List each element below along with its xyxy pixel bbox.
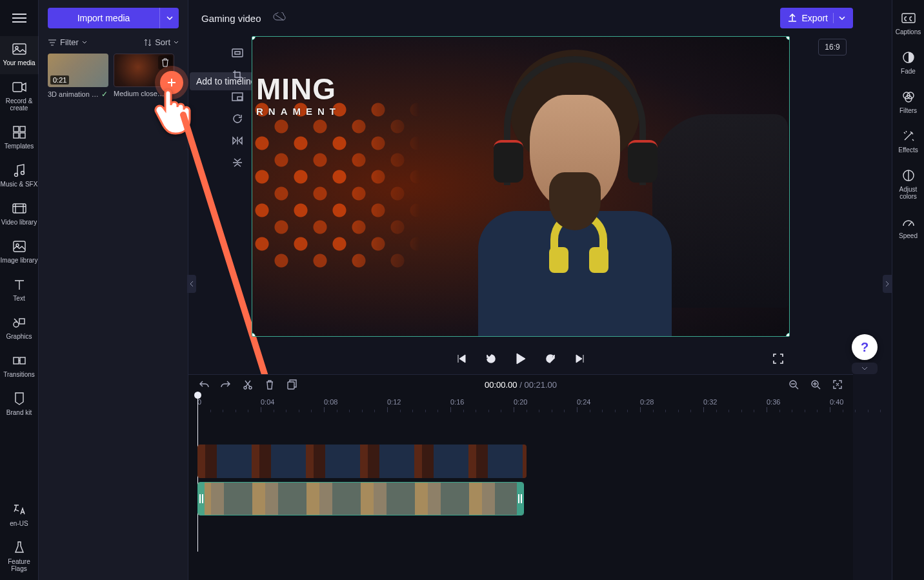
zoom-fit-button[interactable] xyxy=(831,378,844,391)
skip-next-button[interactable] xyxy=(572,351,588,366)
record-icon xyxy=(0,79,39,95)
sort-button[interactable]: Sort xyxy=(144,37,179,47)
duplicate-button[interactable] xyxy=(285,378,298,391)
ruler-tick: 0:20 xyxy=(514,398,527,406)
export-label: Export xyxy=(802,13,828,23)
clip-3d-animation[interactable] xyxy=(197,482,524,515)
chevron-down-icon xyxy=(861,366,869,371)
svg-rect-19 xyxy=(902,14,915,23)
sidebar-item-text[interactable]: Text xyxy=(0,272,39,310)
svg-rect-10 xyxy=(14,241,25,252)
rr-adjust-colors[interactable]: Adjust colors xyxy=(892,164,925,206)
sidebar-item-graphics[interactable]: Graphics xyxy=(0,310,39,348)
zoom-out-button[interactable] xyxy=(787,378,800,391)
crop-button[interactable] xyxy=(230,67,245,83)
sidebar-item-record-create[interactable]: Record & create xyxy=(0,74,39,119)
sidebar-item-feature-flags[interactable]: Feature Flags xyxy=(0,535,39,580)
preview-canvas[interactable]: MING RNAMENT xyxy=(252,36,790,343)
timeline-tracks xyxy=(197,445,844,519)
forward-button[interactable] xyxy=(543,351,558,366)
rr-filters[interactable]: Filters xyxy=(892,85,925,121)
sidebar-item-templates[interactable]: Templates xyxy=(0,119,39,157)
redo-button[interactable] xyxy=(219,378,232,391)
collapse-media-panel[interactable] xyxy=(187,275,196,293)
label: Fade xyxy=(901,68,916,75)
rr-fade[interactable]: Fade xyxy=(892,46,925,81)
svg-rect-18 xyxy=(237,97,242,100)
help-button[interactable]: ? xyxy=(852,334,878,360)
ruler-tick: 0:08 xyxy=(324,398,337,406)
clip-gamer[interactable] xyxy=(197,445,527,478)
undo-button[interactable] xyxy=(197,378,210,391)
hamburger-menu[interactable] xyxy=(0,0,39,36)
label: Templates xyxy=(5,143,34,150)
label: Graphics xyxy=(6,333,32,340)
fit-button[interactable] xyxy=(230,45,245,61)
rr-speed[interactable]: Speed xyxy=(892,210,925,246)
sidebar-item-music-sfx[interactable]: Music & SFX xyxy=(0,157,39,195)
clip-trim-left[interactable] xyxy=(198,483,205,515)
text-icon xyxy=(0,277,39,292)
export-button[interactable]: Export xyxy=(780,8,853,28)
import-media-caret[interactable] xyxy=(159,8,179,28)
track-video-2[interactable] xyxy=(197,482,844,515)
cursor-hand-annotation xyxy=(152,85,194,137)
sidebar-item-transitions[interactable]: Transitions xyxy=(0,348,39,386)
clip-trim-right[interactable] xyxy=(517,483,523,515)
label: Effects xyxy=(898,146,918,154)
track-video-1[interactable] xyxy=(197,445,844,478)
collapse-right-rail[interactable] xyxy=(883,275,892,293)
label: Captions xyxy=(896,28,921,35)
label: Record & create xyxy=(6,97,33,112)
ruler-tick: 0:04 xyxy=(261,398,274,406)
label: Music & SFX xyxy=(1,181,38,188)
project-title[interactable]: Gaming video xyxy=(201,13,261,24)
svg-point-11 xyxy=(16,244,19,246)
media-thumb-0[interactable]: 0:21 3D animation … ✓ xyxy=(48,54,108,99)
selection-handle[interactable] xyxy=(252,333,256,337)
filter-button[interactable]: Filter xyxy=(48,37,87,47)
svg-point-25 xyxy=(244,386,246,389)
play-button[interactable] xyxy=(513,351,528,366)
fade-icon xyxy=(892,50,925,65)
captions-icon xyxy=(892,10,925,26)
selection-handle[interactable] xyxy=(252,36,256,40)
collapse-preview-bar[interactable] xyxy=(852,363,878,374)
rotate-button[interactable] xyxy=(230,111,245,126)
label: Feature Flags xyxy=(8,558,30,572)
help-label: ? xyxy=(861,340,869,355)
split-button[interactable] xyxy=(241,378,254,391)
label: Text xyxy=(13,295,25,302)
import-media-button[interactable]: Import media xyxy=(48,8,159,28)
delete-thumb-button[interactable] xyxy=(158,55,172,70)
flip-h-button[interactable] xyxy=(230,133,245,148)
selection-handle[interactable] xyxy=(786,36,790,40)
timeline-ruler[interactable]: 00:040:080:120:160:200:240:280:320:360:4… xyxy=(188,398,853,416)
zoom-in-button[interactable] xyxy=(809,378,822,391)
rewind-button[interactable] xyxy=(483,351,499,366)
right-rail: Captions Fade Filters Effects Adjust col… xyxy=(892,0,924,580)
fullscreen-button[interactable] xyxy=(770,351,786,366)
flip-v-button[interactable] xyxy=(230,155,245,170)
rr-effects[interactable]: Effects xyxy=(892,125,925,160)
ruler-tick: 0:32 xyxy=(703,398,717,406)
sidebar-item-video-library[interactable]: Video library xyxy=(0,195,39,234)
aspect-ratio-chip[interactable]: 16:9 xyxy=(818,39,847,55)
sidebar-item-image-library[interactable]: Image library xyxy=(0,234,39,272)
svg-rect-14 xyxy=(14,357,19,364)
rr-captions[interactable]: Captions xyxy=(892,6,925,42)
timeline-time: 00:00.00 / 00:21.00 xyxy=(485,380,557,390)
sort-icon xyxy=(144,39,152,46)
sidebar-item-brand-kit[interactable]: Brand kit xyxy=(0,386,39,424)
flags-icon xyxy=(0,540,39,555)
chevron-down-icon xyxy=(166,16,173,20)
sidebar-item-your-media[interactable]: Your media xyxy=(0,36,39,74)
skip-prev-button[interactable] xyxy=(454,351,469,366)
sidebar-item-locale[interactable]: en-US xyxy=(0,497,39,535)
selection-handle[interactable] xyxy=(786,333,790,337)
delete-button[interactable] xyxy=(263,378,276,391)
speed-icon xyxy=(892,214,925,230)
pip-button[interactable] xyxy=(230,89,245,105)
svg-rect-27 xyxy=(288,382,294,389)
svg-point-26 xyxy=(249,386,252,389)
